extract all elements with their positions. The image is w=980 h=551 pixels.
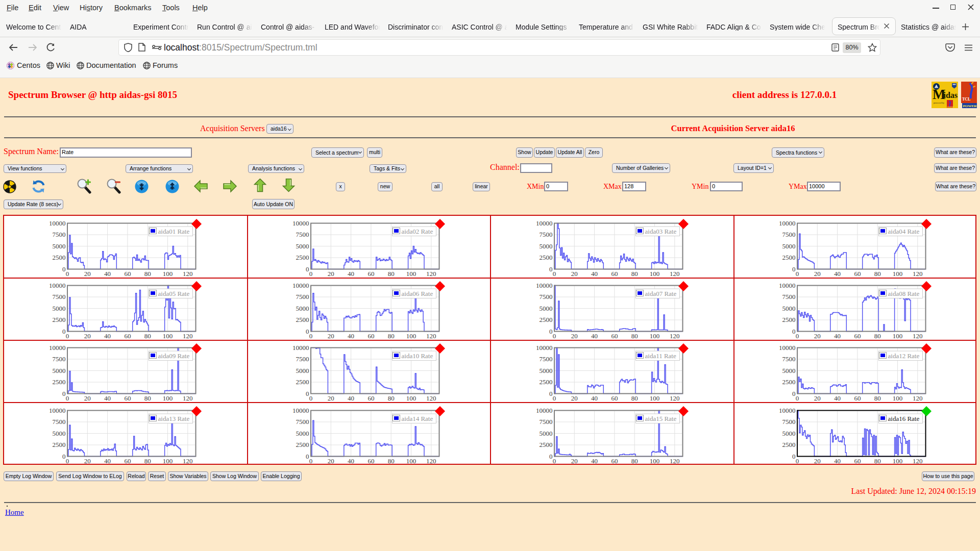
svg-text:100: 100 <box>650 332 660 339</box>
svg-text:aida05 Rate: aida05 Rate <box>158 290 190 297</box>
svg-text:120: 120 <box>913 394 923 401</box>
svg-text:aida14 Rate: aida14 Rate <box>402 415 433 422</box>
svg-text:80: 80 <box>388 332 395 339</box>
svg-text:5000: 5000 <box>53 367 66 374</box>
svg-text:60: 60 <box>854 394 861 401</box>
svg-text:20: 20 <box>84 394 91 401</box>
svg-text:40: 40 <box>834 332 841 339</box>
svg-text:0: 0 <box>306 328 309 335</box>
svg-text:2500: 2500 <box>296 254 309 261</box>
svg-text:0: 0 <box>62 453 66 460</box>
svg-text:80: 80 <box>631 394 638 401</box>
svg-text:5000: 5000 <box>782 305 796 312</box>
svg-text:80: 80 <box>874 457 881 464</box>
svg-text:0: 0 <box>553 394 556 401</box>
svg-text:5000: 5000 <box>53 305 66 312</box>
svg-text:7500: 7500 <box>296 355 309 363</box>
svg-text:20: 20 <box>571 457 578 464</box>
svg-text:0: 0 <box>796 457 799 464</box>
svg-text:0: 0 <box>796 332 799 339</box>
svg-text:POWER: POWER <box>947 106 954 108</box>
svg-text:0: 0 <box>66 270 69 277</box>
svg-text:40: 40 <box>104 457 111 464</box>
svg-text:100: 100 <box>163 270 173 277</box>
svg-text:7500: 7500 <box>782 418 796 425</box>
svg-text:7500: 7500 <box>540 293 553 300</box>
svg-text:20: 20 <box>571 394 578 401</box>
svg-text:120: 120 <box>913 332 923 339</box>
svg-text:2500: 2500 <box>782 254 796 261</box>
svg-text:120: 120 <box>426 270 436 277</box>
svg-text:40: 40 <box>104 270 111 277</box>
svg-text:0: 0 <box>306 453 309 460</box>
svg-text:0: 0 <box>792 453 796 460</box>
svg-text:aida07 Rate: aida07 Rate <box>645 290 677 297</box>
svg-text:7500: 7500 <box>540 231 553 238</box>
svg-text:100: 100 <box>406 270 416 277</box>
svg-text:40: 40 <box>348 457 354 464</box>
svg-text:120: 120 <box>913 457 923 464</box>
svg-text:0: 0 <box>796 270 799 277</box>
svg-text:100: 100 <box>893 332 903 339</box>
svg-text:10000: 10000 <box>292 282 309 289</box>
svg-text:60: 60 <box>124 457 131 464</box>
svg-text:aida15 Rate: aida15 Rate <box>645 415 677 422</box>
svg-text:0: 0 <box>549 328 553 335</box>
svg-text:2500: 2500 <box>296 378 309 386</box>
svg-text:40: 40 <box>348 394 354 401</box>
svg-text:7500: 7500 <box>540 355 553 363</box>
svg-text:20: 20 <box>571 332 578 339</box>
svg-text:0: 0 <box>66 394 69 401</box>
svg-text:10000: 10000 <box>49 344 66 352</box>
svg-text:20: 20 <box>814 457 821 464</box>
svg-text:60: 60 <box>124 270 131 277</box>
svg-text:60: 60 <box>368 332 374 339</box>
svg-text:60: 60 <box>124 332 131 339</box>
svg-text:aida02 Rate: aida02 Rate <box>402 228 433 235</box>
svg-text:aida12 Rate: aida12 Rate <box>888 352 920 360</box>
svg-text:100: 100 <box>163 394 173 401</box>
svg-text:2500: 2500 <box>53 316 66 323</box>
svg-text:0: 0 <box>66 457 69 464</box>
svg-text:2500: 2500 <box>53 378 66 386</box>
svg-text:idas: idas <box>944 91 958 99</box>
svg-text:10000: 10000 <box>292 219 309 227</box>
svg-text:20: 20 <box>328 394 334 401</box>
svg-text:0: 0 <box>553 332 556 339</box>
svg-text:80: 80 <box>144 457 151 464</box>
svg-text:100: 100 <box>650 457 660 464</box>
svg-text:100: 100 <box>893 394 903 401</box>
svg-text:80: 80 <box>631 332 638 339</box>
svg-text:aida03 Rate: aida03 Rate <box>645 228 677 235</box>
svg-text:0: 0 <box>309 332 313 339</box>
svg-text:7500: 7500 <box>782 231 796 238</box>
svg-text:10000: 10000 <box>779 282 796 289</box>
svg-text:aida04 Rate: aida04 Rate <box>888 228 920 235</box>
svg-text:2500: 2500 <box>540 316 553 323</box>
svg-text:100: 100 <box>406 332 416 339</box>
svg-text:20: 20 <box>328 270 334 277</box>
svg-text:40: 40 <box>834 270 841 277</box>
svg-text:7500: 7500 <box>782 355 796 363</box>
svg-text:20: 20 <box>84 457 91 464</box>
svg-text:60: 60 <box>124 394 131 401</box>
svg-text:7500: 7500 <box>53 418 66 425</box>
svg-text:10000: 10000 <box>536 282 553 289</box>
svg-text:5000: 5000 <box>540 367 553 374</box>
svg-text:80: 80 <box>631 457 638 464</box>
svg-text:40: 40 <box>348 332 354 339</box>
svg-text:aida11 Rate: aida11 Rate <box>645 352 676 360</box>
svg-text:20: 20 <box>328 457 334 464</box>
svg-text:5000: 5000 <box>782 242 796 250</box>
svg-text:0: 0 <box>309 457 313 464</box>
svg-text:0: 0 <box>549 265 553 273</box>
svg-text:100: 100 <box>163 457 173 464</box>
svg-text:2500: 2500 <box>540 254 553 261</box>
svg-text:60: 60 <box>611 457 618 464</box>
svg-text:10000: 10000 <box>536 344 553 352</box>
svg-text:2500: 2500 <box>53 441 66 448</box>
svg-text:powered by: powered by <box>934 102 945 104</box>
svg-text:0: 0 <box>549 390 553 397</box>
svg-text:60: 60 <box>611 270 618 277</box>
svg-text:5000: 5000 <box>296 305 309 312</box>
